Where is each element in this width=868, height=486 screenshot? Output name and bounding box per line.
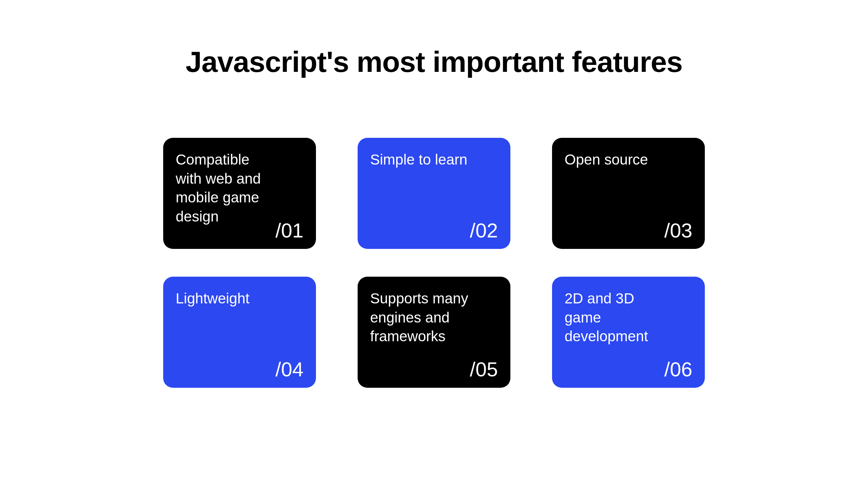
feature-text: Open source — [565, 150, 665, 169]
feature-card-01: Compatible with web and mobile game desi… — [163, 138, 316, 249]
features-grid: Compatible with web and mobile game desi… — [163, 138, 705, 388]
page-title: Javascript's most important features — [185, 45, 682, 79]
feature-card-06: 2D and 3D game development /06 — [552, 277, 705, 388]
feature-card-04: Lightweight /04 — [163, 277, 316, 388]
feature-text: 2D and 3D game development — [565, 289, 665, 346]
feature-number: /03 — [664, 219, 692, 242]
feature-number: /04 — [275, 358, 303, 381]
feature-text: Supports many engines and frameworks — [370, 289, 471, 346]
feature-card-02: Simple to learn /02 — [358, 138, 510, 249]
feature-text: Compatible with web and mobile game desi… — [176, 150, 276, 226]
feature-number: /05 — [470, 358, 498, 381]
feature-text: Simple to learn — [370, 150, 471, 169]
feature-number: /01 — [275, 219, 303, 242]
feature-card-05: Supports many engines and frameworks /05 — [358, 277, 510, 388]
feature-text: Lightweight — [176, 289, 276, 308]
feature-card-03: Open source /03 — [552, 138, 705, 249]
feature-number: /02 — [470, 219, 498, 242]
feature-number: /06 — [664, 358, 692, 381]
